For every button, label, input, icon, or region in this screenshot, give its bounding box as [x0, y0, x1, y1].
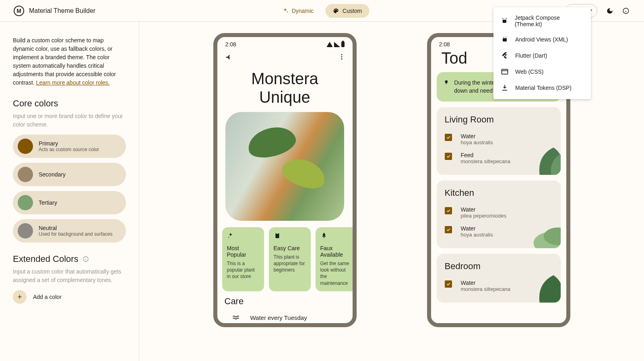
logo-area: M Material Theme Builder	[14, 6, 95, 16]
care-item-water: Water every Tuesday	[225, 311, 345, 325]
swatch-neutral	[18, 223, 33, 239]
plant-title: MonsteraUnique	[217, 65, 353, 110]
swatch-secondary	[18, 167, 33, 182]
care-title: Care	[225, 296, 345, 307]
svg-point-5	[504, 37, 504, 37]
status-time: 2:08	[225, 41, 236, 48]
svg-rect-16	[276, 233, 278, 234]
tab-dynamic[interactable]: Dynamic	[275, 4, 321, 18]
signal-icon	[334, 42, 340, 47]
wifi-icon	[326, 42, 333, 47]
info-icon[interactable]	[83, 256, 89, 262]
care-section: Care Water every Tuesday Feed once month…	[217, 291, 353, 327]
checkbox[interactable]	[445, 153, 452, 160]
svg-rect-17	[324, 237, 324, 238]
info-cards-row: Most Popular This is a popular plant in …	[217, 227, 353, 291]
color-item-tertiary[interactable]: Tertiary	[13, 191, 126, 214]
export-option-dsp[interactable]: Material Tokens (DSP)	[493, 80, 591, 96]
plant-image	[225, 112, 344, 221]
export-dropdown-menu: Jetpack Compose (Theme.kt) Android Views…	[493, 7, 591, 99]
checkbox[interactable]	[445, 134, 452, 141]
flutter-icon	[501, 52, 509, 60]
back-icon[interactable]	[225, 53, 233, 61]
svg-point-6	[506, 37, 506, 37]
color-item-primary[interactable]: Primary Acts as custom source color	[13, 135, 126, 158]
checkbox[interactable]	[445, 226, 452, 233]
tree-icon	[320, 232, 328, 239]
checkbox[interactable]	[445, 207, 452, 214]
color-item-secondary[interactable]: Secondary	[13, 163, 126, 186]
app-title: Material Theme Builder	[29, 7, 95, 15]
leaf-decoration	[527, 266, 561, 303]
info-icon[interactable]	[622, 7, 630, 15]
clipboard-icon	[274, 232, 281, 239]
sparkle-icon	[282, 8, 289, 14]
svg-point-4	[505, 19, 506, 19]
web-icon	[501, 68, 509, 76]
dark-mode-icon[interactable]	[606, 7, 613, 15]
core-colors-title: Core colors	[13, 98, 126, 109]
add-color-button[interactable]: + Add a color	[13, 290, 126, 304]
app-bar	[217, 49, 353, 65]
battery-icon	[341, 41, 345, 47]
export-option-views[interactable]: Android Views (XML)	[493, 31, 591, 48]
room-card-kitchen: Kitchen Waterpilea peperomiodes Waterhoy…	[437, 180, 561, 248]
card-faux: Faux Available Get the same look without…	[316, 227, 357, 291]
export-option-web[interactable]: Web (CSS)	[493, 64, 591, 80]
palette-icon	[333, 8, 339, 14]
tab-custom[interactable]: Custom	[326, 4, 369, 18]
preview-phone-detail: 2:08 MonsteraUnique Most Popular T	[213, 33, 357, 327]
svg-point-14	[341, 58, 342, 60]
download-icon	[501, 84, 509, 92]
checkbox[interactable]	[445, 280, 452, 288]
leaf-decoration	[527, 139, 561, 175]
waves-icon	[232, 314, 240, 322]
android-icon	[501, 17, 508, 25]
color-item-neutral[interactable]: Neutral Used for background and surfaces	[13, 219, 126, 243]
swatch-tertiary	[18, 195, 33, 210]
export-option-compose[interactable]: Jetpack Compose (Theme.kt)	[493, 10, 591, 31]
card-easy-care: Easy Care This plant is appropriate for …	[269, 227, 311, 291]
extended-colors-sub: Input a custom color that automatically …	[13, 268, 126, 284]
care-item-feed: Feed once monthly	[225, 325, 345, 327]
header: M Material Theme Builder Dynamic Custom …	[0, 0, 644, 22]
swatch-primary	[18, 139, 33, 154]
export-option-flutter[interactable]: Flutter (Dart)	[493, 48, 591, 64]
room-card-bedroom: Bedroom Watermonstera siltepecana	[437, 254, 561, 303]
status-bar: 2:08	[217, 37, 353, 49]
extended-colors-title: Extended Colors	[13, 254, 126, 264]
android-icon	[501, 35, 509, 44]
status-time: 2:08	[439, 41, 450, 48]
more-vert-icon[interactable]	[338, 53, 345, 60]
plus-icon: +	[13, 290, 27, 304]
material-logo-icon: M	[14, 6, 24, 16]
learn-more-link[interactable]: Learn more about color roles.	[36, 79, 110, 86]
sidebar: Build a custom color scheme to map dynam…	[0, 22, 139, 361]
svg-point-13	[341, 56, 342, 58]
core-colors-sub: Input one or more brand color to define …	[13, 112, 126, 129]
sparkle-icon	[227, 232, 234, 239]
lightbulb-icon	[444, 79, 449, 86]
room-card-living: Living Room Waterhoya australis Feedmons…	[437, 107, 561, 175]
leaf-decoration	[527, 212, 561, 248]
sidebar-description: Build a custom color scheme to map dynam…	[13, 36, 126, 87]
svg-rect-7	[502, 69, 508, 74]
mode-tabs: Dynamic Custom	[275, 4, 369, 18]
svg-point-12	[341, 54, 342, 55]
svg-point-3	[503, 19, 504, 19]
card-most-popular: Most Popular This is a popular plant in …	[222, 227, 264, 291]
svg-rect-15	[275, 233, 279, 238]
